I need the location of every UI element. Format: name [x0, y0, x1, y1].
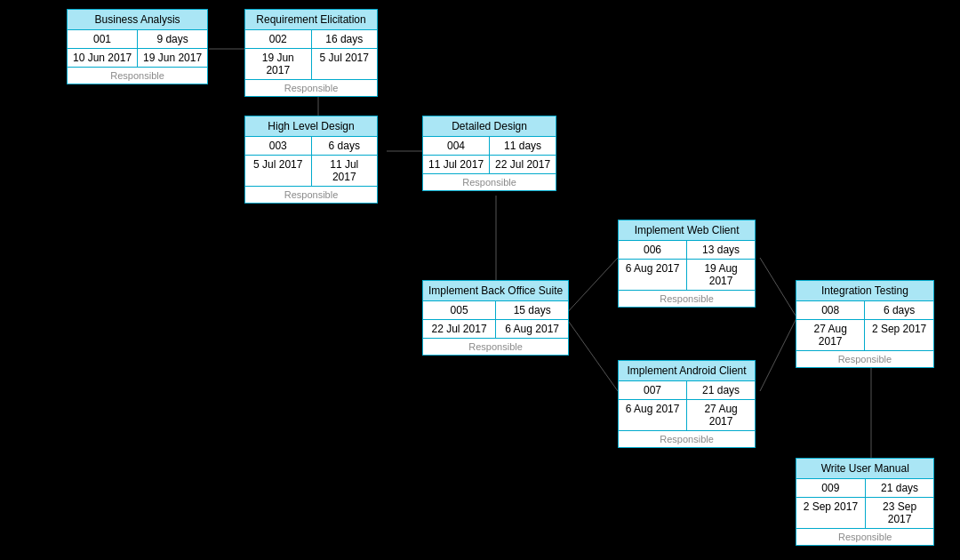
card-title-write-user-manual: Write User Manual	[796, 459, 933, 479]
card-start-business-analysis: 10 Jun 2017	[68, 49, 138, 67]
card-responsible-implement-web-client: Responsible	[619, 291, 755, 307]
card-duration-implement-web-client: 13 days	[687, 241, 755, 259]
card-dates-row-integration-testing: 27 Aug 2017 2 Sep 2017	[796, 320, 933, 351]
card-implement-back-office: Implement Back Office Suite 005 15 days …	[422, 280, 569, 356]
card-number-implement-android-client: 007	[619, 381, 687, 399]
card-end-implement-web-client: 19 Aug 2017	[687, 260, 755, 290]
card-title-integration-testing: Integration Testing	[796, 281, 933, 301]
card-meta-row-implement-android-client: 007 21 days	[619, 381, 755, 400]
card-business-analysis: Business Analysis 001 9 days 10 Jun 2017…	[67, 9, 208, 84]
card-start-requirement-elicitation: 19 Jun 2017	[245, 49, 312, 79]
card-responsible-integration-testing: Responsible	[796, 351, 933, 367]
card-meta-row-detailed-design: 004 11 days	[423, 137, 556, 156]
card-meta-row-high-level-design: 003 6 days	[245, 137, 377, 156]
svg-line-5	[564, 316, 618, 391]
card-implement-android-client: Implement Android Client 007 21 days 6 A…	[618, 360, 756, 448]
card-number-high-level-design: 003	[245, 137, 312, 155]
card-end-implement-back-office: 6 Aug 2017	[496, 320, 568, 338]
card-title-requirement-elicitation: Requirement Elicitation	[245, 10, 377, 30]
card-end-detailed-design: 22 Jul 2017	[490, 156, 556, 173]
card-high-level-design: High Level Design 003 6 days 5 Jul 2017 …	[244, 116, 378, 204]
card-duration-high-level-design: 6 days	[312, 137, 378, 155]
card-dates-row-detailed-design: 11 Jul 2017 22 Jul 2017	[423, 156, 556, 174]
card-detailed-design: Detailed Design 004 11 days 11 Jul 2017 …	[422, 116, 556, 191]
card-responsible-write-user-manual: Responsible	[796, 529, 933, 545]
card-responsible-implement-android-client: Responsible	[619, 431, 755, 447]
card-number-requirement-elicitation: 002	[245, 30, 312, 48]
card-end-requirement-elicitation: 5 Jul 2017	[312, 49, 378, 79]
card-meta-row-implement-web-client: 006 13 days	[619, 241, 755, 260]
card-meta-row-requirement-elicitation: 002 16 days	[245, 30, 377, 49]
card-meta-row-write-user-manual: 009 21 days	[796, 479, 933, 498]
card-end-business-analysis: 19 Jun 2017	[138, 49, 207, 67]
card-responsible-high-level-design: Responsible	[245, 187, 377, 203]
card-write-user-manual: Write User Manual 009 21 days 2 Sep 2017…	[796, 458, 934, 546]
card-title-implement-back-office: Implement Back Office Suite	[423, 281, 568, 301]
card-title-implement-web-client: Implement Web Client	[619, 220, 755, 241]
card-integration-testing: Integration Testing 008 6 days 27 Aug 20…	[796, 280, 934, 368]
card-start-implement-web-client: 6 Aug 2017	[619, 260, 687, 290]
card-dates-row-implement-android-client: 6 Aug 2017 27 Aug 2017	[619, 400, 755, 431]
card-end-implement-android-client: 27 Aug 2017	[687, 400, 755, 430]
card-title-business-analysis: Business Analysis	[68, 10, 207, 30]
card-responsible-requirement-elicitation: Responsible	[245, 80, 377, 96]
card-duration-implement-back-office: 15 days	[496, 301, 568, 319]
svg-line-6	[760, 258, 796, 316]
card-meta-row-implement-back-office: 005 15 days	[423, 301, 568, 320]
card-dates-row-business-analysis: 10 Jun 2017 19 Jun 2017	[68, 49, 207, 68]
card-duration-integration-testing: 6 days	[865, 301, 932, 319]
card-title-detailed-design: Detailed Design	[423, 116, 556, 137]
card-number-integration-testing: 008	[796, 301, 865, 319]
card-dates-row-implement-web-client: 6 Aug 2017 19 Aug 2017	[619, 260, 755, 291]
card-meta-row-business-analysis: 001 9 days	[68, 30, 207, 49]
card-number-business-analysis: 001	[68, 30, 138, 48]
card-number-implement-back-office: 005	[423, 301, 496, 319]
card-meta-row-integration-testing: 008 6 days	[796, 301, 933, 320]
card-end-high-level-design: 11 Jul 2017	[312, 156, 378, 186]
card-title-high-level-design: High Level Design	[245, 116, 377, 137]
card-duration-write-user-manual: 21 days	[866, 479, 934, 497]
card-start-write-user-manual: 2 Sep 2017	[796, 498, 866, 528]
card-start-implement-back-office: 22 Jul 2017	[423, 320, 496, 338]
card-implement-web-client: Implement Web Client 006 13 days 6 Aug 2…	[618, 220, 756, 308]
card-title-implement-android-client: Implement Android Client	[619, 361, 755, 381]
card-duration-business-analysis: 9 days	[138, 30, 207, 48]
card-duration-requirement-elicitation: 16 days	[312, 30, 378, 48]
card-dates-row-requirement-elicitation: 19 Jun 2017 5 Jul 2017	[245, 49, 377, 80]
card-start-implement-android-client: 6 Aug 2017	[619, 400, 687, 430]
card-dates-row-implement-back-office: 22 Jul 2017 6 Aug 2017	[423, 320, 568, 339]
card-responsible-business-analysis: Responsible	[68, 68, 207, 84]
card-end-write-user-manual: 23 Sep 2017	[866, 498, 934, 528]
card-dates-row-write-user-manual: 2 Sep 2017 23 Sep 2017	[796, 498, 933, 529]
card-end-integration-testing: 2 Sep 2017	[865, 320, 932, 350]
svg-line-4	[564, 258, 618, 316]
card-number-write-user-manual: 009	[796, 479, 866, 497]
card-number-implement-web-client: 006	[619, 241, 687, 259]
card-duration-detailed-design: 11 days	[490, 137, 556, 155]
card-number-detailed-design: 004	[423, 137, 490, 155]
card-start-high-level-design: 5 Jul 2017	[245, 156, 312, 186]
card-responsible-detailed-design: Responsible	[423, 174, 556, 190]
card-start-detailed-design: 11 Jul 2017	[423, 156, 490, 173]
card-requirement-elicitation: Requirement Elicitation 002 16 days 19 J…	[244, 9, 378, 97]
svg-line-7	[760, 320, 796, 391]
card-duration-implement-android-client: 21 days	[687, 381, 755, 399]
card-start-integration-testing: 27 Aug 2017	[796, 320, 865, 350]
card-dates-row-high-level-design: 5 Jul 2017 11 Jul 2017	[245, 156, 377, 187]
card-responsible-implement-back-office: Responsible	[423, 339, 568, 355]
